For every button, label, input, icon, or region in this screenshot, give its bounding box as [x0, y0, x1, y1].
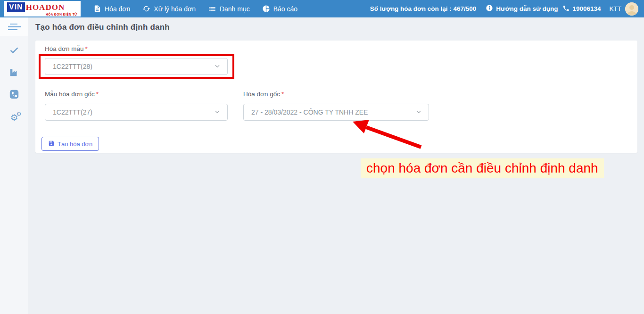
page-title: Tạo hóa đơn điều chỉnh định danh: [35, 23, 170, 32]
hotline[interactable]: 19006134: [562, 5, 601, 13]
menu-item-xu-ly-hoa-don[interactable]: Xử lý hóa đơn: [136, 0, 202, 17]
main-menu: Hóa đơn Xử lý hóa đơn Danh mục Báo cáo: [87, 0, 304, 17]
hotline-number: 19006134: [572, 5, 601, 12]
sidebar-item-check[interactable]: [5, 45, 24, 57]
logo-vin: VIN: [7, 2, 25, 12]
check-icon: [9, 45, 19, 57]
sidebar-item-settings[interactable]: ⚙⚙: [5, 112, 24, 123]
phone-app-icon: [9, 89, 19, 101]
avatar: [625, 2, 638, 16]
navbar-right: Số lượng hóa đơn còn lại : 467/500 Hướng…: [370, 2, 644, 16]
save-icon: [48, 140, 55, 148]
chevron-down-icon: [214, 63, 221, 71]
phone-icon: [562, 5, 570, 13]
menu-item-bao-cao[interactable]: Báo cáo: [256, 0, 304, 17]
user-menu[interactable]: KTT: [610, 2, 639, 16]
remaining-invoices-label: Số lượng hóa đơn còn lại : 467/500: [370, 5, 477, 12]
field-label-text: Hóa đơn gốc: [243, 91, 280, 98]
annotation-note: chọn hóa đơn cần điều chỉnh định danh: [361, 158, 604, 178]
menu-item-hoa-don[interactable]: Hóa đơn: [87, 0, 136, 17]
field-label-text: Mẫu hóa đơn gốc: [45, 91, 95, 98]
user-initials: KTT: [610, 5, 622, 12]
chevron-down-icon: [214, 108, 221, 116]
help-label: Hướng dẫn sử dụng: [496, 5, 558, 12]
refresh-icon: [142, 5, 150, 13]
help-link[interactable]: Hướng dẫn sử dụng: [486, 4, 558, 13]
create-invoice-label: Tạo hóa đơn: [58, 140, 92, 148]
logo-row: VIN HOADON: [7, 2, 77, 12]
menu-item-label: Hóa đơn: [105, 5, 130, 13]
factory-icon: [9, 67, 19, 79]
create-invoice-button[interactable]: Tạo hóa đơn: [41, 137, 99, 151]
menu-item-label: Danh mục: [220, 5, 250, 13]
field-label-mau-hoa-don-goc: Mẫu hóa đơn gốc*: [45, 91, 99, 98]
form-card: Hóa đơn mẫu* 1C22TTT(28) Mẫu hóa đơn gốc…: [35, 41, 637, 153]
menu-item-danh-muc[interactable]: Danh mục: [202, 0, 256, 17]
sidebar-item-phone[interactable]: [5, 90, 24, 101]
field-label-hoa-don-goc: Hóa đơn gốc*: [243, 91, 284, 98]
pie-chart-icon: [262, 5, 270, 13]
menu-item-label: Xử lý hóa đơn: [154, 5, 196, 13]
select-hoa-don-mau[interactable]: 1C22TTT(28): [45, 58, 228, 75]
sidebar-item-factory[interactable]: [5, 67, 24, 79]
menu-item-label: Báo cáo: [273, 5, 297, 13]
sidebar-toggle[interactable]: [0, 17, 28, 36]
left-sidebar: ⚙⚙: [0, 17, 28, 314]
field-label-text: Hóa đơn mẫu: [45, 45, 83, 52]
field-label-hoa-don-mau: Hóa đơn mẫu*: [45, 45, 88, 52]
gears-icon: ⚙⚙: [10, 113, 18, 122]
logo-tagline: HÓA ĐƠN ĐIỆN TỬ: [7, 13, 77, 16]
top-navbar: VIN HOADON HÓA ĐƠN ĐIỆN TỬ Hóa đơn Xử lý…: [0, 0, 644, 17]
sidebar-items: ⚙⚙: [0, 36, 28, 123]
select-value: 1C22TTT(28): [53, 63, 214, 70]
invoice-document-icon: [93, 5, 101, 13]
logo-hoadon: HOADON: [26, 3, 65, 11]
chevron-down-icon: [415, 108, 422, 116]
select-mau-hoa-don-goc[interactable]: 1C22TTT(27): [45, 104, 228, 121]
list-icon: [208, 5, 216, 13]
select-hoa-don-goc[interactable]: 27 - 28/03/2022 - CÔNG TY TNHH ZEE: [243, 104, 429, 121]
required-asterisk: *: [96, 91, 99, 98]
app-logo[interactable]: VIN HOADON HÓA ĐƠN ĐIỆN TỬ: [4, 1, 81, 17]
required-asterisk: *: [85, 45, 87, 52]
select-value: 27 - 28/03/2022 - CÔNG TY TNHH ZEE: [251, 108, 415, 116]
required-asterisk: *: [281, 91, 284, 98]
menu-burger-icon: [8, 22, 21, 32]
select-value: 1C22TTT(27): [53, 108, 214, 116]
info-icon: [486, 4, 493, 13]
